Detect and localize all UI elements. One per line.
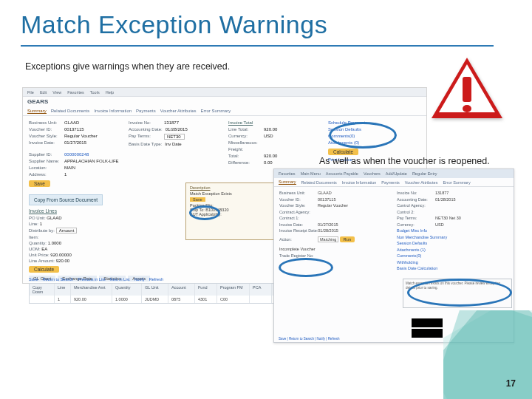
pay-terms-select[interactable]: NET30: [164, 134, 185, 140]
value: 0.00: [264, 160, 273, 165]
tab-payments[interactable]: Payments: [381, 180, 399, 185]
action-select[interactable]: Matching: [318, 236, 338, 242]
cell: 1: [55, 296, 71, 303]
value: APPALACHIAN FOLK-LIFE: [64, 159, 119, 163]
label: Invoice No:: [129, 120, 161, 125]
link-withholding[interactable]: Withholding: [397, 260, 508, 265]
link-prev[interactable]: Previous in List: [78, 277, 105, 282]
link-budget[interactable]: Budget Misc Info: [397, 228, 508, 233]
label: Invoice Receipt Date:: [279, 228, 318, 233]
redaction-block: [412, 329, 443, 338]
link-return[interactable]: Return to Search: [43, 277, 74, 282]
supplier-link[interactable]: 0000000248: [64, 152, 89, 157]
crumb[interactable]: Add/Update: [386, 171, 407, 176]
value: GLAAD: [64, 120, 79, 125]
tab-related[interactable]: Related Documents: [301, 180, 337, 185]
label: Voucher Style:: [279, 203, 318, 208]
tab-bar: Summary Related Documents Invoice Inform…: [23, 106, 426, 116]
tab-attributes[interactable]: Voucher Attributes: [160, 109, 197, 113]
tab-summary[interactable]: Summary: [279, 180, 296, 185]
link-refresh[interactable]: Refresh: [149, 277, 163, 282]
crumb[interactable]: Main Menu: [301, 171, 321, 176]
cell: 4301: [195, 296, 217, 303]
crumb[interactable]: Vouchers: [364, 171, 381, 176]
value: 920.00: [56, 259, 69, 263]
save-button[interactable]: Save: [29, 180, 50, 187]
crumb[interactable]: Favorites: [279, 171, 296, 176]
value: 01/28/2015: [166, 127, 188, 132]
cell: 1.0000: [112, 296, 142, 303]
label: PO Unit:: [29, 216, 46, 220]
highlight-oval-icon: [189, 205, 220, 220]
value: 1: [40, 222, 42, 226]
crumb[interactable]: Regular Entry: [412, 171, 437, 176]
tab-related[interactable]: Related Documents: [51, 109, 90, 113]
label: Accounting Date:: [397, 197, 435, 202]
label: Action:: [279, 237, 318, 242]
link-attachments[interactable]: Attachments (1): [397, 248, 508, 252]
label: Supplier ID:: [29, 152, 61, 157]
cell: 920.00: [71, 296, 112, 303]
tab-bar: Summary Related Documents Invoice Inform…: [274, 178, 514, 187]
link-basis-date[interactable]: Basis Date Calculation: [397, 266, 508, 270]
title-underline: [21, 45, 494, 47]
tab-invoice-info[interactable]: Invoice Information: [94, 109, 132, 113]
menu-item[interactable]: Favorites: [67, 90, 84, 95]
tab-error[interactable]: Error Summary: [200, 109, 231, 113]
label: Item:: [29, 235, 38, 239]
link-notify[interactable]: Notify: [134, 277, 145, 282]
label: Line Total:: [228, 127, 261, 132]
slide-title: Match Exception Warnings: [0, 0, 532, 45]
tab-invoice-info[interactable]: Invoice Information: [342, 180, 376, 185]
menu-item[interactable]: Tools: [90, 90, 100, 95]
distribute-select[interactable]: Amount: [56, 228, 78, 233]
app-logo: GEARS: [23, 97, 426, 106]
tab-payments[interactable]: Payments: [136, 109, 156, 113]
calculate-button[interactable]: Calculate: [328, 149, 358, 155]
redaction-block: [412, 318, 443, 327]
crumb[interactable]: Accounts Payable: [326, 171, 358, 176]
warning-icon: [432, 58, 502, 120]
col-header: Fund: [195, 284, 217, 296]
label: Basis Date Type:: [129, 142, 162, 146]
menu-item[interactable]: File: [27, 90, 34, 95]
label: UOM:: [29, 247, 41, 251]
cell: C00: [217, 296, 250, 303]
col-header: PCA: [250, 284, 272, 296]
save-button[interactable]: Save: [190, 197, 205, 202]
copy-from-source[interactable]: Copy From Source Document: [29, 194, 103, 205]
label: Invoice Date:: [279, 222, 318, 227]
page-number: 17: [506, 378, 516, 389]
value: GLAAD: [47, 216, 61, 220]
value: MAIN: [64, 166, 75, 170]
link-session[interactable]: Session Defaults: [397, 241, 508, 245]
label: Invoice Date:: [29, 140, 61, 145]
subtext-reopened: As well as when the voucher is reopened.: [319, 156, 490, 166]
run-button[interactable]: Run: [340, 236, 355, 242]
value: 01/28/2015: [318, 228, 338, 233]
col-header: Copy Down: [30, 284, 55, 296]
link-save[interactable]: Save: [29, 277, 38, 282]
link-comments[interactable]: Comments(0): [397, 253, 508, 258]
menu-item[interactable]: View: [52, 90, 61, 95]
col-header: Account: [168, 284, 195, 296]
tab-error[interactable]: Error Summary: [443, 180, 470, 185]
link-nonmerch[interactable]: Non Merchandise Summary: [397, 235, 508, 239]
value: 920.00: [264, 154, 277, 158]
tab-summary[interactable]: Summary: [27, 109, 47, 114]
link-next[interactable]: Next in List: [109, 277, 129, 282]
value: 131877: [435, 191, 449, 195]
label: Unit Price:: [29, 253, 50, 257]
value: EA: [41, 247, 47, 251]
label: Address:: [29, 172, 61, 177]
value: USD: [264, 134, 273, 138]
menu-item[interactable]: Help: [106, 90, 114, 95]
tab-attributes[interactable]: Voucher Attributes: [405, 180, 438, 185]
label: Contract Agency:: [279, 210, 318, 214]
value: 920.00000: [50, 253, 71, 257]
label: Control 2:: [397, 210, 435, 214]
menu-item[interactable]: Edit: [40, 90, 47, 95]
label: Accounting Date:: [129, 127, 163, 132]
col-header: Program FM: [217, 284, 250, 296]
calculate-button[interactable]: Calculate: [29, 266, 59, 273]
